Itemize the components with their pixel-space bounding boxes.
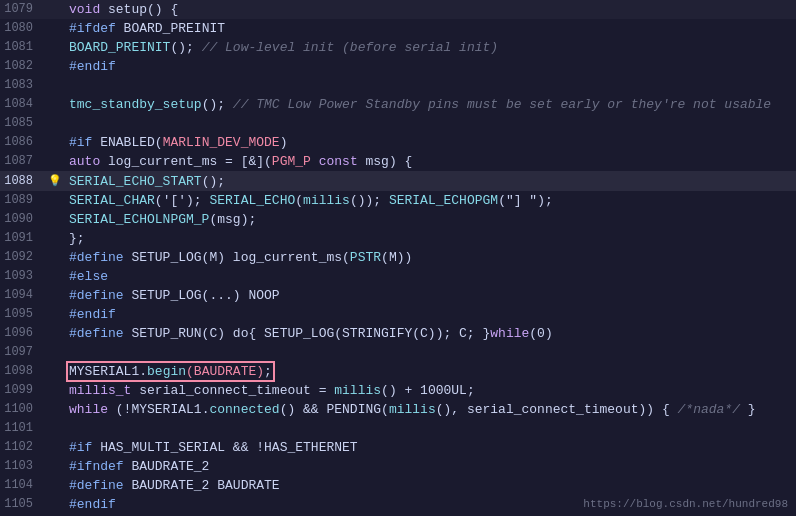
code-line: MYSERIAL1.begin(BAUDRATE); — [65, 362, 796, 381]
line-num: 1103 — [0, 457, 45, 476]
plain-token: BAUDRATE_2 — [124, 459, 210, 474]
plain-token: ('['); — [155, 193, 210, 208]
line-num: 1099 — [0, 381, 45, 400]
kw-token: while — [490, 326, 529, 341]
code-line — [65, 114, 796, 133]
line-num: 1094 — [0, 286, 45, 305]
kw2-token: #if — [69, 440, 92, 455]
code-line: SERIAL_ECHOLNPGM_P(msg); — [65, 210, 796, 229]
gutter — [45, 381, 65, 400]
table-row: 1087auto log_current_ms = [&](PGM_P cons… — [0, 152, 796, 171]
fn-token: millis — [389, 402, 436, 417]
table-row: 1098MYSERIAL1.begin(BAUDRATE); — [0, 362, 796, 381]
plain-token: ()); — [350, 193, 389, 208]
plain-token: ) — [280, 135, 288, 150]
fn-token: tmc_standby_setup — [69, 97, 202, 112]
table-row: 1103#ifndef BAUDRATE_2 — [0, 457, 796, 476]
gutter — [45, 495, 65, 514]
code-line — [65, 419, 796, 438]
gutter — [45, 476, 65, 495]
code-line: #else — [65, 267, 796, 286]
fn-token: SERIAL_ECHOPGM — [389, 193, 498, 208]
line-num: 1089 — [0, 191, 45, 210]
code-line: #define SETUP_LOG(...) NOOP — [65, 286, 796, 305]
table-row: 1084tmc_standby_setup(); // TMC Low Powe… — [0, 95, 796, 114]
table-row: 1102#if HAS_MULTI_SERIAL && !HAS_ETHERNE… — [0, 438, 796, 457]
code-line: #define BAUDRATE_2 BAUDRATE — [65, 476, 796, 495]
code-table: 1079void setup() {1080#ifdef BOARD_PREIN… — [0, 0, 796, 514]
kw2-token: #define — [69, 288, 124, 303]
code-line: #if HAS_MULTI_SERIAL && !HAS_ETHERNET — [65, 438, 796, 457]
gutter — [45, 229, 65, 248]
macro-token: MARLIN_DEV_MODE — [163, 135, 280, 150]
code-line: tmc_standby_setup(); // TMC Low Power St… — [65, 95, 796, 114]
plain-token: ( — [295, 193, 303, 208]
code-line: #define SETUP_RUN(C) do{ SETUP_LOG(STRIN… — [65, 324, 796, 343]
gutter — [45, 0, 65, 19]
comment-token: /*nada*/ — [678, 402, 740, 417]
table-row: 1081BOARD_PREINIT(); // Low-level init (… — [0, 38, 796, 57]
line-num: 1083 — [0, 76, 45, 95]
table-row: 1082#endif — [0, 57, 796, 76]
line-num: 1104 — [0, 476, 45, 495]
fn-token: SERIAL_ECHO_START — [69, 174, 202, 189]
line-num: 1090 — [0, 210, 45, 229]
gutter — [45, 305, 65, 324]
gutter — [45, 248, 65, 267]
gutter — [45, 362, 65, 381]
fn-token: BOARD_PREINIT — [69, 40, 170, 55]
gutter — [45, 19, 65, 38]
gutter — [45, 286, 65, 305]
table-row: 1083 — [0, 76, 796, 95]
fn-token: connected — [209, 402, 279, 417]
plain-token: (), serial_connect_timeout)) { — [436, 402, 678, 417]
plain-token: HAS_MULTI_SERIAL && !HAS_ETHERNET — [92, 440, 357, 455]
gutter — [45, 38, 65, 57]
code-editor: 1079void setup() {1080#ifdef BOARD_PREIN… — [0, 0, 796, 516]
kw2-token: #else — [69, 269, 108, 284]
plain-token: (msg); — [209, 212, 256, 227]
kw-token: while — [69, 402, 108, 417]
table-row: 1097 — [0, 343, 796, 362]
kw-token: const — [319, 154, 358, 169]
code-line: #endif — [65, 57, 796, 76]
line-num: 1082 — [0, 57, 45, 76]
code-line: auto log_current_ms = [&](PGM_P const ms… — [65, 152, 796, 171]
table-row: 1080#ifdef BOARD_PREINIT — [0, 19, 796, 38]
table-row: 1090SERIAL_ECHOLNPGM_P(msg); — [0, 210, 796, 229]
plain-token: (); — [202, 97, 233, 112]
code-line: while (!MYSERIAL1.connected() && PENDING… — [65, 400, 796, 419]
gutter — [45, 419, 65, 438]
fn-token: millis — [303, 193, 350, 208]
kw2-token: #endif — [69, 59, 116, 74]
line-num: 1092 — [0, 248, 45, 267]
plain-token: SETUP_LOG(...) NOOP — [124, 288, 280, 303]
table-row: 1093#else — [0, 267, 796, 286]
code-line: }; — [65, 229, 796, 248]
gutter — [45, 457, 65, 476]
code-line — [65, 76, 796, 95]
plain-token: (); — [170, 40, 201, 55]
kw2-token: #define — [69, 250, 124, 265]
table-row: 1100while (!MYSERIAL1.connected() && PEN… — [0, 400, 796, 419]
plain-token — [311, 154, 319, 169]
comment-token: // Low-level init (before serial init) — [202, 40, 498, 55]
line-num: 1105 — [0, 495, 45, 514]
line-num: 1091 — [0, 229, 45, 248]
code-line: #define SETUP_LOG(M) log_current_ms(PSTR… — [65, 248, 796, 267]
line-num: 1102 — [0, 438, 45, 457]
line-num: 1100 — [0, 400, 45, 419]
line-num: 1084 — [0, 95, 45, 114]
line-num: 1096 — [0, 324, 45, 343]
line-num: 1080 — [0, 19, 45, 38]
code-line: millis_t serial_connect_timeout = millis… — [65, 381, 796, 400]
plain-token: (); — [202, 174, 225, 189]
line-num: 1087 — [0, 152, 45, 171]
line-num: 1093 — [0, 267, 45, 286]
table-row: 1088💡SERIAL_ECHO_START(); — [0, 171, 796, 191]
code-line: #ifdef BOARD_PREINIT — [65, 19, 796, 38]
kw2-token: #ifndef — [69, 459, 124, 474]
code-line: #if ENABLED(MARLIN_DEV_MODE) — [65, 133, 796, 152]
gutter: 💡 — [45, 171, 65, 191]
kw-token: auto — [69, 154, 100, 169]
